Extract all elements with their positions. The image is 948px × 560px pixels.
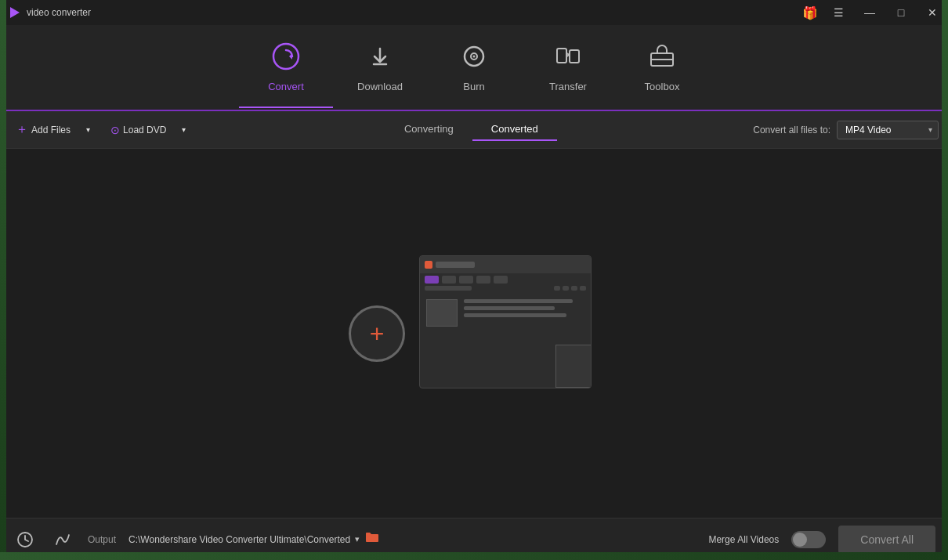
converted-tab[interactable]: Converted (472, 118, 557, 141)
window-controls: 🎁 ☰ — □ ✕ (798, 0, 948, 25)
drop-illustration[interactable]: + (356, 255, 592, 412)
download-nav-icon (366, 42, 394, 74)
toolbox-nav-icon (648, 42, 676, 74)
menu-button[interactable]: ☰ (823, 0, 854, 25)
illustration-ctrl-4 (580, 286, 586, 291)
app-logo: video converter (8, 5, 91, 20)
illustration-ctrl-2 (563, 286, 569, 291)
converting-tab[interactable]: Converting (385, 118, 472, 141)
illustration-text-1 (464, 299, 573, 303)
format-select[interactable]: MP4 Video AVI MOV MKV WMV (837, 121, 939, 139)
tab-area: Converting Converted (195, 118, 747, 141)
illustration-title-bar (436, 262, 475, 268)
illustration-body (420, 293, 591, 333)
svg-rect-7 (557, 49, 566, 63)
minimize-button[interactable]: — (854, 0, 885, 25)
svg-rect-8 (570, 50, 579, 63)
gift-icon: 🎁 (802, 5, 818, 20)
maximize-button[interactable]: □ (885, 0, 917, 25)
illustration-tabs (420, 273, 591, 286)
nav-item-convert[interactable]: Convert (239, 28, 333, 107)
add-files-arrow[interactable]: ▾ (83, 122, 93, 137)
nav-label-toolbox: Toolbox (645, 81, 680, 92)
illustration-tab-active (425, 276, 439, 284)
plus-circle-icon: + (370, 321, 385, 346)
svg-marker-2 (289, 53, 292, 60)
maximize-icon: □ (898, 6, 904, 19)
logo-icon (8, 5, 22, 20)
gift-icon-button[interactable]: 🎁 (798, 0, 823, 25)
nav-bar: Convert Download Burn Tran (0, 25, 948, 111)
illustration-ctrl-3 (571, 286, 577, 291)
convert-nav-icon (272, 42, 300, 74)
menu-icon: ☰ (834, 6, 844, 19)
nav-label-burn: Burn (463, 81, 484, 92)
svg-marker-0 (10, 7, 20, 18)
speed-button[interactable] (50, 527, 75, 552)
convert-all-files-label: Convert all files to: (753, 125, 830, 135)
add-files-circle[interactable]: + (349, 305, 405, 362)
toggle-knob (793, 533, 807, 547)
convert-all-button[interactable]: Convert All (838, 526, 935, 554)
illustration-tab-2 (459, 276, 473, 284)
nav-item-download[interactable]: Download (333, 28, 427, 107)
nav-item-toolbox[interactable]: Toolbox (615, 28, 709, 107)
load-dvd-arrow[interactable]: ▾ (179, 122, 189, 137)
illustration-thumbnail (426, 299, 458, 327)
merge-all-videos-label: Merge All Videos (708, 534, 779, 545)
left-border-strip (0, 0, 6, 560)
illustration-text-3 (464, 313, 566, 317)
burn-nav-icon (460, 42, 488, 74)
illustration-titlebar (420, 256, 591, 273)
illustration-red-dot (425, 261, 432, 269)
output-label: Output (88, 534, 116, 545)
illustration-toolbar-row (420, 286, 591, 293)
merge-toggle-switch[interactable] (791, 531, 826, 548)
illustration-tab-3 (476, 276, 490, 284)
file-window-illustration: ↖ (419, 255, 592, 388)
output-path-text: C:\Wondershare Video Converter Ultimate\… (128, 534, 350, 545)
nav-label-transfer: Transfer (549, 81, 587, 92)
add-files-label: Add Files (31, 125, 71, 135)
svg-point-6 (473, 56, 476, 58)
nav-label-convert: Convert (268, 81, 304, 92)
toolbar: ＋ Add Files ▾ ⊙ Load DVD ▾ Converting Co… (0, 111, 948, 149)
load-dvd-label: Load DVD (123, 125, 166, 135)
output-path-dropdown-button[interactable]: ▾ (355, 534, 360, 544)
dvd-icon: ⊙ (110, 124, 120, 136)
bottom-border-strip (0, 552, 948, 560)
close-icon: ✕ (928, 6, 937, 19)
illustration-tab-4 (494, 276, 508, 284)
add-files-button[interactable]: ＋ Add Files (9, 118, 77, 141)
nav-item-transfer[interactable]: Transfer (521, 28, 615, 107)
history-button[interactable] (13, 527, 38, 552)
minimize-icon: — (864, 6, 875, 19)
transfer-nav-icon (554, 42, 582, 74)
load-dvd-button[interactable]: ⊙ Load DVD (104, 121, 172, 139)
illustration-tab-1 (442, 276, 456, 284)
app-title-text: video converter (27, 7, 91, 18)
plus-icon: ＋ (16, 121, 28, 138)
nav-label-download: Download (357, 81, 403, 92)
illustration-second-window (555, 345, 592, 388)
format-select-wrapper: MP4 Video AVI MOV MKV WMV ▾ (837, 121, 939, 139)
open-folder-button[interactable] (364, 529, 380, 549)
output-path-wrapper: C:\Wondershare Video Converter Ultimate\… (128, 529, 696, 549)
title-bar: video converter 🎁 ☰ — □ ✕ (0, 0, 948, 25)
right-border-strip (942, 0, 948, 560)
illustration-toolbar-1 (425, 286, 472, 291)
svg-point-1 (273, 44, 299, 69)
illustration-text-area (464, 299, 584, 327)
nav-item-burn[interactable]: Burn (427, 28, 521, 107)
illustration-ctrl-1 (554, 286, 560, 291)
main-content: + (0, 149, 948, 518)
illustration-text-2 (464, 306, 555, 310)
